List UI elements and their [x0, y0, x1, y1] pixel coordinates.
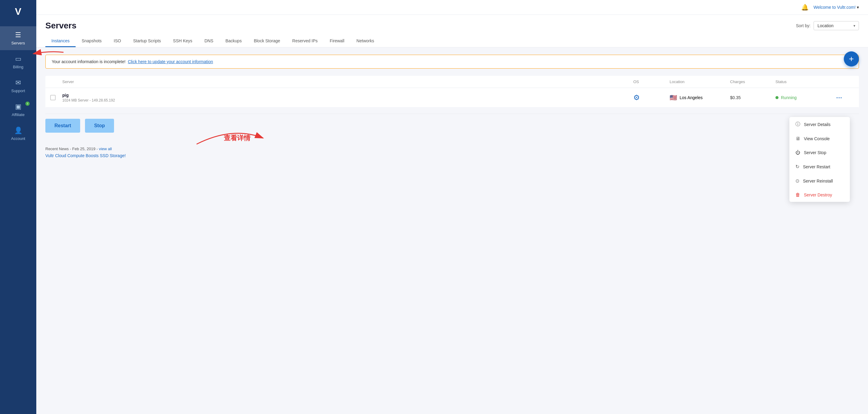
welcome-message[interactable]: Welcome to Vultr.com! ▾ [813, 5, 859, 10]
server-spec: 1024 MB Server - 149.28.65.192 [62, 98, 633, 102]
stop-icon: ⏻ [796, 150, 800, 155]
add-server-button[interactable]: + [844, 51, 859, 67]
tab-backups[interactable]: Backups [219, 35, 248, 47]
sidebar-item-account[interactable]: 👤 Account [0, 122, 36, 146]
server-name: pig [62, 93, 633, 98]
support-icon: ✉ [16, 79, 21, 87]
header-checkbox [50, 79, 62, 84]
sort-select[interactable]: Location Name Status Charges [813, 21, 859, 30]
row-charges: $0.35 [730, 95, 775, 100]
affiliate-badge: ! [25, 102, 30, 106]
dropdown-server-restart[interactable]: ↻ Server Restart [789, 160, 850, 174]
header-server: Server [62, 79, 633, 84]
sort-select-wrapper: Location Name Status Charges [813, 21, 859, 30]
destroy-icon: 🗑 [796, 192, 800, 198]
row-server: pig 1024 MB Server - 149.28.65.192 [62, 93, 633, 102]
row-status: Running [775, 95, 836, 100]
sidebar-label-account: Account [11, 136, 25, 141]
alert-text: Your account information is incomplete! [52, 59, 125, 64]
tab-snapshots[interactable]: Snapshots [75, 35, 108, 47]
location-text: Los Angeles [680, 95, 703, 100]
dropdown-server-reinstall[interactable]: ⊙ Server Reinstall [789, 174, 850, 188]
sort-row: Sort by: Location Name Status Charges [796, 21, 859, 30]
dropdown-label-view-console: View Console [804, 136, 830, 141]
dropdown-label-server-stop: Server Stop [804, 150, 826, 155]
status-text: Running [781, 95, 797, 100]
content-area: Your account information is incomplete! … [36, 47, 868, 414]
topbar: 🔔 Welcome to Vultr.com! ▾ [36, 0, 868, 15]
console-icon: 🖥 [796, 136, 800, 141]
restart-button[interactable]: Restart [45, 119, 80, 133]
sidebar-label-affiliate: Affiliate [12, 112, 25, 117]
info-icon: ⓘ [796, 121, 800, 128]
tab-instances[interactable]: Instances [45, 35, 75, 47]
tab-dns[interactable]: DNS [198, 35, 220, 47]
sidebar-label-billing: Billing [13, 65, 24, 69]
server-checkbox[interactable] [50, 95, 56, 100]
stop-button[interactable]: Stop [85, 119, 114, 133]
header-charges: Charges [730, 79, 775, 84]
tabs-nav: Instances Snapshots ISO Startup Scripts … [45, 35, 859, 47]
sidebar-item-support[interactable]: ✉ Support [0, 74, 36, 98]
tab-reserved-ips[interactable]: Reserved IPs [286, 35, 323, 47]
dropdown-view-console[interactable]: 🖥 View Console [789, 132, 850, 146]
account-icon: 👤 [14, 127, 22, 135]
page-header: Servers Sort by: Location Name Status Ch… [36, 15, 868, 47]
table-header: Server OS Location Charges Status [45, 76, 859, 88]
tab-networks[interactable]: Networks [350, 35, 380, 47]
reinstall-icon: ⊙ [796, 178, 799, 184]
alert-link[interactable]: Click here to update your account inform… [128, 59, 213, 64]
restart-icon: ↻ [796, 164, 799, 170]
servers-icon: ☰ [15, 31, 21, 39]
sidebar-label-support: Support [11, 89, 25, 93]
sidebar-item-affiliate[interactable]: ▣ Affiliate ! [0, 98, 36, 122]
servers-table: Server OS Location Charges Status pig 10… [45, 76, 859, 108]
status-indicator [775, 96, 778, 99]
row-checkbox[interactable] [50, 95, 62, 100]
main-content: 🔔 Welcome to Vultr.com! ▾ Servers Sort b… [36, 0, 868, 414]
context-dropdown-menu: ⓘ Server Details 🖥 View Console ⏻ Server… [789, 117, 850, 202]
logo: V [15, 6, 21, 17]
row-os: ⚙ [633, 93, 670, 102]
tab-ssh-keys[interactable]: SSH Keys [167, 35, 198, 47]
notification-bell-icon[interactable]: 🔔 [801, 4, 809, 11]
more-options-button[interactable]: ⋯ [836, 94, 843, 101]
dropdown-label-server-destroy: Server Destroy [804, 193, 832, 197]
tab-iso[interactable]: ISO [108, 35, 127, 47]
dropdown-label-server-details: Server Details [804, 122, 831, 127]
dropdown-label-server-restart: Server Restart [803, 164, 830, 169]
sidebar-label-servers: Servers [11, 41, 25, 45]
news-section: Recent News - Feb 25, 2019 - view all Vu… [45, 146, 859, 158]
table-row: pig 1024 MB Server - 149.28.65.192 ⚙ 🇺🇸 … [45, 88, 859, 108]
tab-startup-scripts[interactable]: Startup Scripts [127, 35, 167, 47]
row-location: 🇺🇸 Los Angeles [670, 94, 730, 101]
news-viewall-link[interactable]: view all [99, 146, 112, 151]
alert-banner: Your account information is incomplete! … [45, 55, 859, 69]
news-headline-link[interactable]: Vultr Cloud Compute Boosts SSD Storage! [45, 153, 126, 158]
header-os: OS [633, 79, 670, 84]
action-buttons: Restart Stop [45, 114, 859, 138]
os-icon: ⚙ [633, 93, 640, 102]
flag-icon: 🇺🇸 [670, 94, 677, 101]
tab-block-storage[interactable]: Block Storage [248, 35, 286, 47]
page-title: Servers [45, 21, 76, 31]
sidebar-item-billing[interactable]: ▭ Billing [0, 50, 36, 74]
dropdown-server-stop[interactable]: ⏻ Server Stop [789, 146, 850, 160]
affiliate-icon: ▣ [15, 103, 22, 111]
news-meta: Recent News - Feb 25, 2019 - view all [45, 146, 859, 151]
header-status: Status [775, 79, 836, 84]
header-location: Location [670, 79, 730, 84]
row-more[interactable]: ⋯ [836, 94, 854, 101]
dropdown-server-destroy[interactable]: 🗑 Server Destroy [789, 188, 850, 202]
billing-icon: ▭ [15, 55, 22, 63]
header-actions [836, 79, 854, 84]
tab-firewall[interactable]: Firewall [323, 35, 350, 47]
dropdown-label-server-reinstall: Server Reinstall [803, 179, 833, 183]
sidebar: V ☰ Servers ▭ Billing ✉ Support ▣ Affili… [0, 0, 36, 414]
dropdown-server-details[interactable]: ⓘ Server Details [789, 117, 850, 132]
sort-label: Sort by: [796, 23, 810, 28]
sidebar-item-servers[interactable]: ☰ Servers [0, 26, 36, 50]
